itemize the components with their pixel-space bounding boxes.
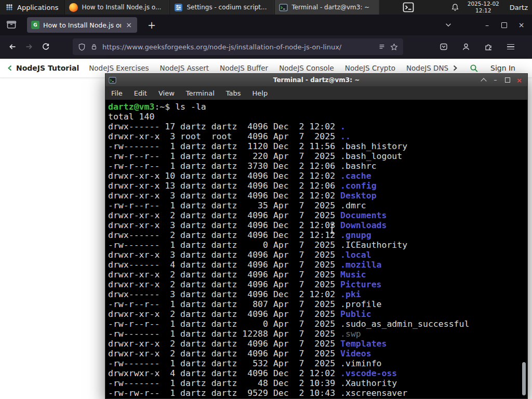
navigation-toolbar: https://www.geeksforgeeks.org/node-js/in… (0, 35, 532, 59)
applications-label: Applications (17, 4, 58, 11)
terminal-line: -rw-rw-r-- 1 dartz dartz 9529 Dec 2 10:4… (108, 388, 527, 398)
list-all-tabs-icon[interactable] (443, 19, 454, 31)
taskbar-button-label: Settings - codium script... (187, 4, 267, 11)
terminal-output[interactable]: dartz@vm3:~$ ls -latotal 140drwx------ 1… (105, 100, 527, 398)
top-panel: Applications How to Install Node.js o...… (0, 0, 532, 15)
terminal-line: -rw------- 1 dartz dartz 1120 Dec 2 11:5… (108, 141, 527, 151)
terminal-maximize-button[interactable] (501, 74, 513, 86)
tracking-protection-shield-icon[interactable] (78, 43, 86, 51)
taskbar: How to Install Node.js o... Settings - c… (64, 0, 379, 15)
terminal-line: drwxr-xr-x 2 dartz dartz 4096 Apr 7 2025… (108, 210, 527, 220)
site-nav-item[interactable]: NodeJS Console (279, 64, 334, 72)
clock[interactable]: 2025-12-02 12:12 (468, 1, 499, 14)
window-controls: – × (478, 15, 530, 35)
terminal-line: -rw-r--r-- 1 dartz dartz 35 Apr 7 2025 .… (108, 201, 527, 210)
terminal-line: drwx------ 2 dartz dartz 4096 Dec 2 12:1… (108, 230, 527, 240)
terminal-line: drwxr-xr-x 2 dartz dartz 4096 Apr 7 2025… (108, 309, 527, 319)
terminal-menu-tabs[interactable]: Tabs (220, 89, 247, 97)
terminal-line: -rw-r--r-- 1 dartz dartz 220 Apr 7 2025 … (108, 151, 527, 161)
terminal-line: -rw------- 1 dartz dartz 48 Dec 2 10:39 … (108, 378, 527, 388)
menu-hamburger-icon[interactable] (502, 38, 519, 55)
url-bar[interactable]: https://www.geeksforgeeks.org/node-js/in… (73, 38, 403, 55)
sign-in-button[interactable]: Sign In (490, 64, 515, 72)
terminal-menu-file[interactable]: File (105, 89, 128, 97)
terminal-line: drwxr-xr-x 3 dartz dartz 4096 Apr 7 2025… (108, 250, 527, 260)
firefox-icon (69, 3, 78, 12)
user-menu[interactable]: Dartz (510, 4, 528, 11)
chevron-right-icon[interactable] (453, 65, 458, 71)
text-cursor-ibeam (329, 223, 335, 234)
extensions-puzzle-icon[interactable] (480, 38, 497, 55)
terminal-lines: dartz@vm3:~$ ls -latotal 140drwx------ 1… (108, 102, 527, 398)
firefox-view-icon[interactable] (6, 20, 17, 30)
site-nav-item[interactable]: NodeJS Crypto (345, 64, 395, 72)
notifications-bell-icon[interactable] (451, 3, 459, 11)
terminal-minimize-button[interactable]: – (489, 74, 501, 86)
terminal-window-controls: – × (477, 74, 525, 86)
terminal-window-icon (109, 76, 116, 84)
clock-date: 2025-12-02 (468, 1, 499, 7)
url-text[interactable]: https://www.geeksforgeeks.org/node-js/in… (102, 43, 374, 51)
close-button[interactable]: × (513, 15, 530, 35)
terminal-menu-help[interactable]: Help (247, 89, 274, 97)
browser-tab[interactable]: G How to Install Node.js on × (27, 17, 137, 33)
forward-icon[interactable] (21, 38, 37, 55)
terminal-line: drwxr-xr-x 2 dartz dartz 4096 Apr 7 2025… (108, 280, 527, 289)
terminal-icon (279, 3, 288, 12)
lock-icon[interactable] (90, 43, 98, 50)
terminal-line: -rw------- 1 dartz dartz 532 Apr 7 2025 … (108, 358, 527, 368)
terminal-menu-edit[interactable]: Edit (128, 89, 153, 97)
terminal-line: -rw-r--r-- 1 dartz dartz 3730 Dec 2 12:0… (108, 161, 527, 171)
reload-icon[interactable] (37, 38, 54, 55)
terminal-line: drwxr-xr-x 2 dartz dartz 4096 Apr 7 2025… (108, 349, 527, 358)
terminal-line: drwxr-xr-x 3 dartz dartz 4096 Dec 2 12:0… (108, 220, 527, 230)
site-nav-item[interactable]: NodeJS Assert (160, 64, 209, 72)
shade-button[interactable] (477, 74, 489, 86)
terminal-titlebar[interactable]: Terminal - dartz@vm3: ~ – × (105, 74, 527, 86)
pocket-icon[interactable] (435, 38, 452, 55)
taskbar-button-label: Terminal - dartz@vm3: ~ (291, 4, 369, 11)
reader-view-icon[interactable] (378, 43, 385, 50)
system-tray (402, 1, 415, 14)
taskbar-button-settings[interactable]: Settings - codium script... (169, 0, 274, 15)
settings-icon (174, 3, 183, 12)
tab-close-icon[interactable]: × (125, 20, 133, 30)
bookmark-star-icon[interactable] (390, 43, 398, 51)
tray-terminal-icon[interactable] (402, 1, 415, 14)
terminal-window: Terminal - dartz@vm3: ~ – × FileEditView… (105, 73, 528, 399)
terminal-scrollbar-thumb[interactable] (522, 362, 526, 395)
taskbar-button-terminal[interactable]: Terminal - dartz@vm3: ~ (274, 0, 379, 15)
site-nav-item[interactable]: NodeJS DNS (406, 64, 448, 72)
terminal-close-button[interactable]: × (513, 74, 525, 86)
taskbar-button-browser[interactable]: How to Install Node.js o... (64, 0, 169, 15)
terminal-line: drwx------ 4 dartz dartz 4096 Apr 7 2025… (108, 260, 527, 270)
maximize-button[interactable] (496, 15, 513, 35)
terminal-line: total 140 (108, 112, 527, 122)
terminal-menu-terminal[interactable]: Terminal (180, 89, 220, 97)
chevron-up-icon (481, 78, 486, 84)
terminal-line: drwxr-xr-x 10 dartz dartz 4096 Dec 2 12:… (108, 171, 527, 181)
new-tab-button[interactable]: + (144, 19, 159, 31)
search-icon[interactable] (470, 64, 478, 73)
terminal-title: Terminal - dartz@vm3: ~ (105, 76, 527, 84)
terminal-line: drwx------ 17 dartz dartz 4096 Dec 2 12:… (108, 122, 527, 131)
chevron-left-icon (7, 65, 12, 71)
applications-menu[interactable]: Applications (0, 0, 63, 15)
maximize-icon (501, 22, 507, 28)
terminal-line: dartz@vm3:~$ ls -la (108, 102, 527, 112)
terminal-line: drwxr-xr-x 3 dartz dartz 4096 Dec 2 12:0… (108, 191, 527, 201)
account-icon[interactable] (458, 38, 474, 55)
back-icon[interactable] (4, 38, 21, 55)
tab-title: How to Install Node.js on (43, 21, 121, 29)
terminal-line: -rw------- 1 dartz dartz 0 Apr 7 2025 .I… (108, 240, 527, 250)
terminal-line: -rw-r--r-- 1 dartz dartz 807 Apr 7 2025 … (108, 299, 527, 309)
minimize-button[interactable]: – (478, 15, 496, 35)
geeksforgeeks-favicon: G (31, 21, 39, 29)
terminal-line: drwxr-xr-x 3 root root 4096 Apr 7 2025 .… (108, 131, 527, 141)
terminal-line: drwxr-xr-x 2 dartz dartz 4096 Apr 7 2025… (108, 339, 527, 349)
site-nav-back[interactable]: NodeJS Tutorial (7, 64, 79, 72)
terminal-line: -rw-r--r-- 1 dartz dartz 0 Apr 7 2025 .s… (108, 319, 527, 329)
site-nav-item[interactable]: NodeJS Exercises (89, 64, 149, 72)
site-nav-item[interactable]: NodeJS Buffer (220, 64, 268, 72)
terminal-menu-view[interactable]: View (153, 89, 180, 97)
